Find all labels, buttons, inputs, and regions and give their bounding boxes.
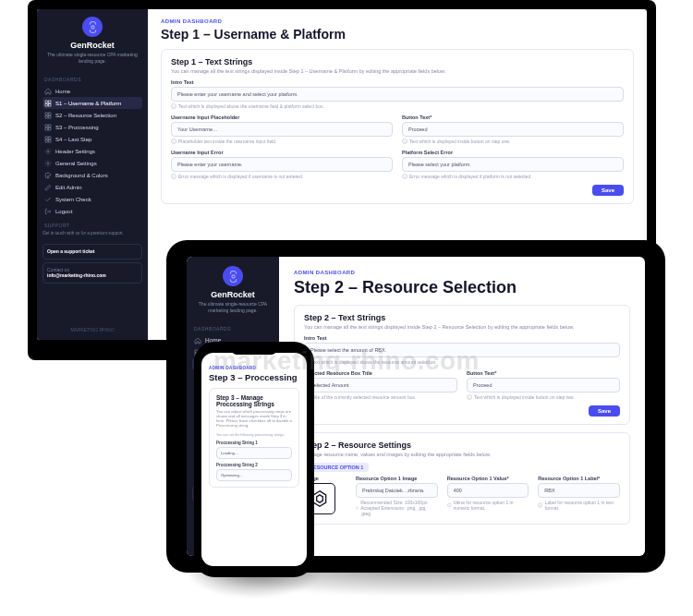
home-icon <box>44 88 52 95</box>
support-contact-card[interactable]: Contact us info@marketing-rhino.com <box>43 262 142 284</box>
processing-strings-card: Step 3 – Manage Proccessing Strings You … <box>209 388 299 488</box>
brand-block: GenRocket The ultimate single-resource C… <box>43 17 142 64</box>
box-title-label: Selected Resource Box Title <box>304 370 457 376</box>
resource-label-col: Resource Option 1 Label* RBX Label for r… <box>538 476 620 511</box>
page-title: Step 1 – Username & Platform <box>161 27 634 42</box>
resource-value-label: Resource Option 1 Value* <box>447 476 529 481</box>
info-icon <box>402 174 407 179</box>
button-text-help: Text which is displayed inside button on… <box>467 394 620 400</box>
info-icon <box>467 394 472 400</box>
resource-label-input[interactable]: RBX <box>538 483 620 498</box>
sidebar-item-header[interactable]: Header Settings <box>43 145 142 157</box>
monitor-sidebar: GenRocket The ultimate single-resource C… <box>37 9 148 340</box>
card-subtitle: Manage resource name, values and images … <box>304 452 620 457</box>
brand-name: GenRocket <box>43 41 142 50</box>
platform-error-label: Platform Select Error <box>402 150 624 155</box>
button-text-field: Button Text* Proceed Text which is displ… <box>467 370 620 400</box>
resource-value-help-text: Value for resource option 1 in numeric f… <box>454 500 529 511</box>
sidebar-item-label: S1 – Username & Platform <box>55 101 121 106</box>
username-error-field: Username Input Error Please enter your u… <box>171 150 393 179</box>
resource-value-input[interactable]: 400 <box>447 483 529 498</box>
resource-label-help-text: Label for resource option 1 in text form… <box>545 500 620 511</box>
brand-logo-icon <box>82 17 103 37</box>
resource-label-help: Label for resource option 1 in text form… <box>538 500 620 511</box>
grid-icon <box>44 136 52 143</box>
brand-name: GenRocket <box>192 290 274 299</box>
sidebar-item-background[interactable]: Background & Colors <box>43 169 142 181</box>
username-error-help: Error message which is displayed if user… <box>171 174 393 179</box>
home-icon <box>194 337 201 344</box>
sidebar-item-label: System Check <box>55 197 91 202</box>
box-title-field: Selected Resource Box Title Selected Amo… <box>304 370 457 400</box>
card-title: Step 2 – Resource Settings <box>304 441 620 450</box>
card-title: Step 3 – Manage Proccessing Strings <box>216 394 292 407</box>
intro-input[interactable]: Please select the amount of RBX. <box>304 343 620 357</box>
platform-error-input[interactable]: Please select your platform. <box>402 157 624 172</box>
box-title-input[interactable]: Selected Amount <box>304 378 457 393</box>
intro-help: Text which is displayed above the userna… <box>171 103 624 109</box>
card-subtitle: You can adjust which proccessing steps a… <box>216 409 292 428</box>
grid-icon <box>44 100 52 107</box>
intro-help-text: Text which is displayed above the userna… <box>178 103 324 109</box>
info-icon <box>171 139 176 144</box>
brand-block: GenRocket The ultimate single-resource C… <box>192 266 274 313</box>
info-icon <box>447 502 452 508</box>
placeholder-label: Username Input Placeholder <box>171 115 393 120</box>
support-ticket-title: Open a support ticket <box>47 248 138 255</box>
sidebar-item-s4[interactable]: S4 – Last Step <box>43 133 142 145</box>
support-ticket-card[interactable]: Open a support ticket <box>43 244 142 260</box>
card-subtitle: You can manage all the text strings disp… <box>171 68 624 74</box>
support-caption: Get in touch with us for a premium suppo… <box>43 231 142 236</box>
sidebar-item-label: Logout <box>55 209 72 214</box>
sidebar-item-s1[interactable]: S1 – Username & Platform <box>43 97 142 109</box>
placeholder-help: Placeholder text inside the username inp… <box>171 139 393 144</box>
button-text-input[interactable]: Proceed <box>467 378 620 393</box>
sidebar-item-logout[interactable]: Logout <box>43 205 142 217</box>
text-strings-card: Step 2 – Text Strings You can manage all… <box>294 305 630 425</box>
resource-file-input[interactable]: Prebrskaj Datotek…zbrana. <box>356 483 438 498</box>
button-text-help: Text which is displayed inside button on… <box>402 139 624 144</box>
proc1-input[interactable]: Loading… <box>216 447 292 459</box>
resource-label-label: Resource Option 1 Label* <box>538 476 620 481</box>
resource-settings-card: Step 2 – Resource Settings Manage resour… <box>294 432 630 525</box>
placeholder-field: Username Input Placeholder Your Username… <box>171 115 393 144</box>
resource-file-col: Resource Option 1 Image Prebrskaj Datote… <box>356 476 438 516</box>
grid-icon <box>44 112 52 119</box>
sidebar-section-support: SUPPORT <box>44 223 142 228</box>
sidebar-item-s2[interactable]: S2 – Resource Selection <box>43 109 142 121</box>
resource-value-col: Resource Option 1 Value* 400 Value for r… <box>447 476 529 511</box>
page-title: Step 3 – Proccessing <box>209 372 299 382</box>
proc2-input[interactable]: Optimizing… <box>216 469 292 481</box>
placeholder-input[interactable]: Your Username… <box>171 122 393 137</box>
intro-label: Intro Text <box>304 335 620 341</box>
resource-value-help: Value for resource option 1 in numeric f… <box>447 500 529 511</box>
proc1-label: Proccessing String 1 <box>216 441 292 445</box>
processing-note: You can set the following proccessing st… <box>216 433 292 437</box>
intro-input[interactable]: Please enter your username and select yo… <box>171 87 624 102</box>
resource-file-help-text: Recommended Size: 100x100px. Accepted Ex… <box>360 500 438 516</box>
sidebar-item-system-check[interactable]: System Check <box>43 193 142 205</box>
intro-text-field: Intro Text Please enter your username an… <box>171 79 624 109</box>
phone-device: ADMIN DASHBOARD Step 3 – Proccessing Ste… <box>194 342 314 577</box>
sidebar-item-general[interactable]: General Settings <box>43 157 142 169</box>
sidebar-item-label: S4 – Last Step <box>55 137 91 142</box>
save-button[interactable]: Save <box>592 185 624 196</box>
save-button[interactable]: Save <box>589 405 620 417</box>
check-icon <box>44 196 52 203</box>
username-error-input[interactable]: Please enter your username. <box>171 157 393 172</box>
tablet-main: ADMIN DASHBOARD Step 2 – Resource Select… <box>279 257 645 556</box>
phone-notch <box>232 345 276 355</box>
proc2-label: Proccessing String 2 <box>216 463 292 467</box>
sidebar-item-edit-admin[interactable]: Edit Admin <box>43 181 142 193</box>
sidebar-item-home[interactable]: Home <box>43 85 142 97</box>
button-text-label: Button Text* <box>402 115 624 120</box>
button-text-input[interactable]: Proceed <box>402 122 624 137</box>
resource-file-label: Resource Option 1 Image <box>356 476 438 481</box>
info-icon <box>538 502 542 508</box>
settings-icon <box>44 160 52 167</box>
box-title-help-text: Title of the currently selected resource… <box>311 394 416 400</box>
sidebar-item-s3[interactable]: S3 – Proccessing <box>43 121 142 133</box>
button-text-label: Button Text* <box>467 370 620 376</box>
platform-error-help-text: Error message which is displayed if plat… <box>409 174 532 179</box>
sidebar-item-label: S3 – Proccessing <box>55 125 99 130</box>
